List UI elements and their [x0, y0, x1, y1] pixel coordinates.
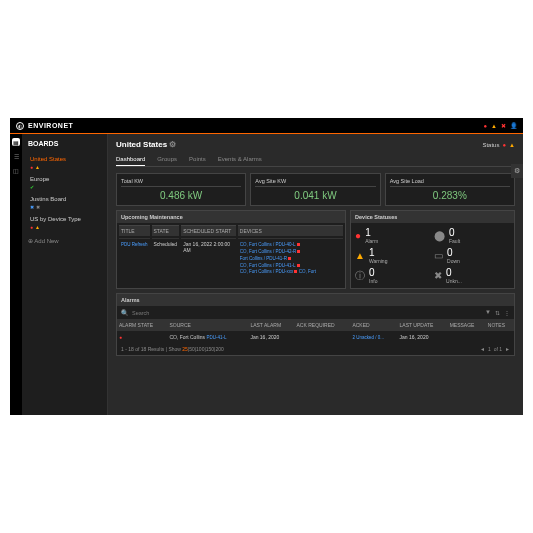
- kpi-avg-load: Avg Site Load 0.283%: [385, 173, 515, 206]
- wrench-icon: ✖: [30, 204, 34, 210]
- top-status-icons: ● ▲ ✖ 👤: [483, 122, 517, 129]
- user-icon[interactable]: 👤: [510, 122, 517, 129]
- status-alarm[interactable]: ●1Alarm: [355, 227, 431, 244]
- alarms-panel: Alarms 🔍 ▼ ⇅ ⋮ ALARM STATE SOURCE LAST A…: [116, 293, 515, 356]
- warning-icon: ▲: [509, 142, 515, 148]
- body: ▦ ☰ ◫ BOARDS United States ●▲ Europe ✔ J…: [10, 134, 523, 415]
- main-content: ⚙ United States ⚙ Status ●▲ Dashboard Gr…: [108, 134, 523, 415]
- fault-icon: ⬤: [434, 230, 445, 241]
- menu-icon[interactable]: ⋮: [504, 309, 510, 316]
- warning-icon: ▲: [355, 250, 365, 261]
- table-header-row: ALARM STATE SOURCE LAST ALARM ACK REQUIR…: [117, 320, 514, 331]
- tab-events[interactable]: Events & Alarms: [218, 153, 262, 166]
- next-page-icon[interactable]: ►: [505, 346, 510, 352]
- search-icon: 🔍: [121, 309, 128, 316]
- sidebar: BOARDS United States ●▲ Europe ✔ Justins…: [22, 134, 108, 415]
- page-title: United States ⚙: [116, 140, 176, 149]
- alert-icon[interactable]: ●: [483, 123, 487, 129]
- kpi-total-kw: Total KW 0.486 kW: [116, 173, 246, 206]
- page-header: United States ⚙ Status ●▲: [116, 140, 515, 149]
- tools-icon[interactable]: ✖: [501, 122, 506, 129]
- warning-icon: ▲: [35, 224, 40, 230]
- status-down[interactable]: ▭0Down: [434, 247, 510, 264]
- tab-points[interactable]: Points: [189, 153, 206, 166]
- gear-icon: ✖: [36, 204, 40, 210]
- alarm-icon: ●: [355, 230, 361, 241]
- topbar: ◐ ENVIRONET ● ▲ ✖ 👤: [10, 118, 523, 134]
- maintenance-table: TITLE STATE SCHEDULED START DEVICES PDU …: [117, 223, 345, 279]
- alarms-table: ALARM STATE SOURCE LAST ALARM ACK REQUIR…: [117, 320, 514, 343]
- alarm-icon: ●: [119, 334, 122, 340]
- rail-boards-icon[interactable]: ▦: [12, 138, 20, 146]
- search-input[interactable]: [132, 310, 481, 316]
- table-row[interactable]: ● CO, Fort Collins PDU-41-L Jan 16, 2020…: [117, 331, 514, 344]
- tab-dashboard[interactable]: Dashboard: [116, 153, 145, 166]
- kpi-row: Total KW 0.486 kW Avg Site KW 0.041 kW A…: [116, 173, 515, 206]
- rail-list-icon[interactable]: ☰: [12, 152, 20, 160]
- sort-icon[interactable]: ⇅: [495, 309, 500, 316]
- status-info[interactable]: ⓘ0Info: [355, 267, 431, 284]
- tabs: Dashboard Groups Points Events & Alarms: [116, 153, 515, 167]
- sidebar-title: BOARDS: [28, 140, 101, 147]
- board-item-us-device[interactable]: US by Device Type ●▲: [28, 213, 101, 233]
- table-header-row: TITLE STATE SCHEDULED START DEVICES: [119, 225, 343, 236]
- device-statuses-panel: Device Statuses ●1Alarm ⬤0Fault ▲1Warnin…: [350, 210, 515, 289]
- pager: 1 - 18 of 18 Results | Show 25 | 50 | 10…: [117, 343, 514, 355]
- gear-icon[interactable]: ⚙: [169, 140, 176, 149]
- down-icon: ▭: [434, 250, 443, 261]
- board-item-us[interactable]: United States ●▲: [28, 153, 101, 173]
- board-item-europe[interactable]: Europe ✔: [28, 173, 101, 193]
- filter-icon[interactable]: ▼: [485, 309, 491, 316]
- status-unknown[interactable]: ✖0Unkn...: [434, 267, 510, 284]
- brand-name: ENVIRONET: [28, 122, 73, 129]
- app-root: ◐ ENVIRONET ● ▲ ✖ 👤 ▦ ☰ ◫ BOARDS United …: [10, 118, 523, 415]
- status-warning[interactable]: ▲1Warning: [355, 247, 431, 264]
- rail-chart-icon[interactable]: ◫: [12, 166, 20, 174]
- page-status: Status ●▲: [482, 142, 515, 148]
- row-panels: Upcoming Maintenance TITLE STATE SCHEDUL…: [116, 210, 515, 289]
- status-grid: ●1Alarm ⬤0Fault ▲1Warning ▭0Down ⓘ0Info …: [351, 223, 514, 288]
- info-icon: ⓘ: [355, 269, 365, 283]
- devices-cell: CO, Fort Collins / PDU-40-L CO, Fort Col…: [238, 238, 343, 277]
- tools-icon: ✖: [434, 270, 442, 281]
- settings-drawer-icon[interactable]: ⚙: [511, 164, 523, 178]
- warning-icon: ▲: [35, 164, 40, 170]
- tab-groups[interactable]: Groups: [157, 153, 177, 166]
- alarm-icon: ●: [30, 164, 33, 170]
- status-fault[interactable]: ⬤0Fault: [434, 227, 510, 244]
- upcoming-maintenance-panel: Upcoming Maintenance TITLE STATE SCHEDUL…: [116, 210, 346, 289]
- warning-icon[interactable]: ▲: [491, 123, 497, 129]
- logo-icon: ◐: [16, 122, 24, 130]
- board-item-justins[interactable]: Justins Board ✖✖: [28, 193, 101, 213]
- alarm-icon: ●: [30, 224, 33, 230]
- add-new-button[interactable]: ⊕ Add New: [28, 237, 101, 244]
- alarms-toolbar: 🔍 ▼ ⇅ ⋮: [117, 306, 514, 320]
- table-row[interactable]: PDU Refresh Scheduled Jan 16, 2022 2:00:…: [119, 238, 343, 277]
- kpi-avg-kw: Avg Site KW 0.041 kW: [250, 173, 380, 206]
- check-icon: ✔: [30, 184, 34, 190]
- alarm-icon: ●: [502, 142, 506, 148]
- left-rail: ▦ ☰ ◫: [10, 134, 22, 415]
- prev-page-icon[interactable]: ◄: [480, 346, 485, 352]
